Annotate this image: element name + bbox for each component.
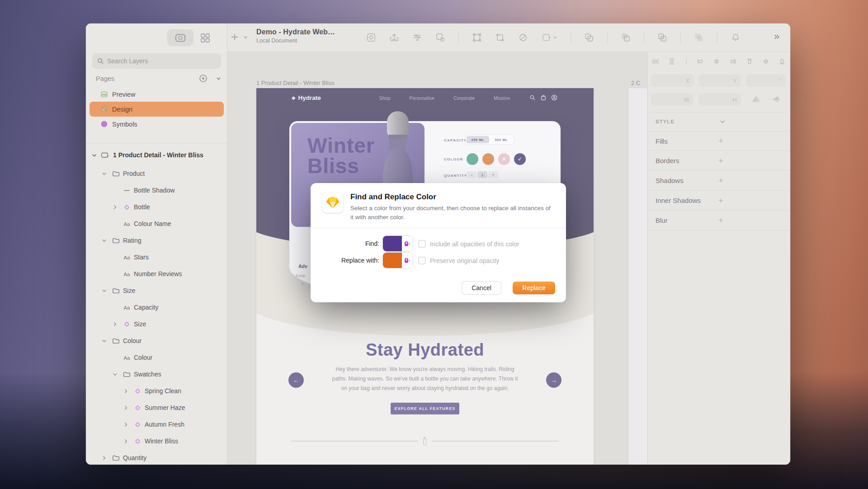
x-position-field[interactable]: X xyxy=(651,74,693,87)
boolean-subtract-icon[interactable] xyxy=(621,33,631,42)
inspector-divider xyxy=(651,112,787,113)
layer-row[interactable]: Aa Colour xyxy=(86,349,227,366)
chevron-down-icon[interactable] xyxy=(101,171,107,177)
pages-collapse-chevron[interactable] xyxy=(216,75,222,81)
include-opacities-checkbox[interactable] xyxy=(418,240,426,248)
layer-row[interactable]: Aa Stars xyxy=(86,249,227,266)
layer-row[interactable]: Colour xyxy=(86,333,227,349)
add-shadows-button[interactable]: + xyxy=(718,176,781,186)
rotation-field[interactable]: ° xyxy=(746,74,786,87)
sidebar-page-design[interactable]: Design xyxy=(90,102,224,117)
replace-button[interactable]: Replace xyxy=(513,282,555,294)
artboard2-title[interactable]: 2 C xyxy=(631,80,640,86)
layer-row[interactable]: Spring Clean xyxy=(86,383,227,400)
layer-row[interactable]: Quantity xyxy=(86,450,227,465)
chevron-down-icon[interactable] xyxy=(101,238,107,244)
symbol-layer-icon xyxy=(134,404,142,412)
no-fill-tool-icon[interactable] xyxy=(518,33,528,42)
chevron-right-icon[interactable] xyxy=(123,422,129,428)
cancel-button[interactable]: Cancel xyxy=(462,282,501,294)
align-bottom-icon[interactable] xyxy=(778,58,786,65)
more-options-dots-icon[interactable] xyxy=(685,58,688,65)
symbol-tool-icon[interactable] xyxy=(366,33,376,42)
layer-row[interactable]: Aa Capacity xyxy=(86,299,227,316)
grid-view-toggle[interactable] xyxy=(200,33,211,43)
chevron-right-icon[interactable] xyxy=(112,204,118,210)
insert-button[interactable] xyxy=(230,32,248,42)
eyedropper-button[interactable] xyxy=(402,253,413,268)
chevron-down-icon[interactable] xyxy=(101,338,107,344)
transform-tool-icon[interactable] xyxy=(495,33,505,42)
mask-tool-icon[interactable] xyxy=(435,33,445,42)
resize-tool-icon[interactable] xyxy=(541,33,557,42)
layer-row[interactable]: Size xyxy=(86,316,227,333)
eyedropper-button[interactable] xyxy=(402,236,413,251)
align-center-horizontal-icon[interactable] xyxy=(713,58,720,65)
add-inner-shadows-button[interactable]: + xyxy=(718,196,781,206)
search-layers-field[interactable] xyxy=(92,53,221,69)
layer-row[interactable]: Autumn Fresh xyxy=(86,416,227,433)
toolbar-separator xyxy=(458,32,459,43)
add-page-button[interactable] xyxy=(199,74,208,83)
add-fills-button[interactable]: + xyxy=(718,136,781,146)
width-field[interactable]: W xyxy=(651,93,693,106)
folder-layer-icon xyxy=(112,337,120,345)
sidebar-page-preview[interactable]: Preview xyxy=(90,87,224,102)
toolbar-overflow-button[interactable]: » xyxy=(774,31,778,42)
upload-tool-icon[interactable] xyxy=(389,33,399,42)
find-color-swatch[interactable] xyxy=(383,236,402,251)
layer-row[interactable]: Product xyxy=(86,165,227,182)
align-right-icon[interactable] xyxy=(729,58,736,65)
chevron-down-icon[interactable] xyxy=(91,152,97,158)
layer-row[interactable]: Size xyxy=(86,282,227,299)
preserve-opacity-checkbox[interactable] xyxy=(418,257,426,264)
layer-label: Quantity xyxy=(123,454,146,461)
replace-color-well[interactable] xyxy=(383,253,413,268)
site-account-icon xyxy=(551,94,557,101)
layer-row[interactable]: Summer Haze xyxy=(86,400,227,416)
tune-tool-icon[interactable] xyxy=(412,33,422,42)
flip-vertical-button[interactable] xyxy=(772,95,781,103)
layer-row[interactable]: Bottle Shadow xyxy=(86,182,227,199)
y-position-field[interactable]: Y xyxy=(698,74,741,87)
artboard-layer-row[interactable]: 1 Product Detail - Winter Bliss xyxy=(86,146,227,164)
add-borders-button[interactable]: + xyxy=(718,156,781,166)
find-color-well[interactable] xyxy=(383,236,413,251)
chevron-right-icon[interactable] xyxy=(101,455,107,461)
sidebar-page-symbols[interactable]: Symbols xyxy=(90,117,224,132)
flip-horizontal-button[interactable] xyxy=(751,95,761,103)
distribute-vertically-icon[interactable] xyxy=(668,58,675,65)
layer-row[interactable]: Aa Number Reviews xyxy=(86,266,227,282)
style-collapse-chevron[interactable] xyxy=(719,118,783,125)
footer-bottle-icon xyxy=(422,437,427,446)
carousel-right-arrow: → xyxy=(546,372,561,388)
replace-color-swatch[interactable] xyxy=(383,253,402,268)
boolean-intersect-icon[interactable] xyxy=(657,33,667,42)
chevron-right-icon[interactable] xyxy=(123,405,129,411)
boolean-union-icon[interactable] xyxy=(584,33,594,42)
align-middle-vertical-icon[interactable] xyxy=(762,58,769,65)
chevron-right-icon[interactable] xyxy=(123,388,129,394)
boolean-difference-icon[interactable] xyxy=(694,33,704,42)
canvas-view-toggle[interactable] xyxy=(167,29,193,46)
layer-row[interactable]: Aa Colour Name xyxy=(86,216,227,232)
height-field[interactable]: H xyxy=(698,93,741,106)
layer-row[interactable]: Winter Bliss xyxy=(86,433,227,450)
page-design-icon xyxy=(100,105,108,113)
artboard-title[interactable]: 1 Product Detail - Winter Bliss xyxy=(256,80,335,86)
layer-row[interactable]: Rating xyxy=(86,232,227,249)
vector-edit-tool-icon[interactable] xyxy=(472,33,482,42)
layer-row[interactable]: Bottle xyxy=(86,199,227,216)
chevron-right-icon[interactable] xyxy=(112,321,118,327)
search-input[interactable] xyxy=(107,57,202,65)
chevron-down-icon[interactable] xyxy=(112,371,118,377)
layer-row[interactable]: Swatches xyxy=(86,366,227,383)
chevron-right-icon[interactable] xyxy=(123,438,129,444)
align-left-icon[interactable] xyxy=(697,58,704,65)
add-blur-button[interactable]: + xyxy=(718,216,781,226)
style-section-shadows: Shadows + xyxy=(647,171,790,191)
chevron-down-icon[interactable] xyxy=(101,288,107,294)
notifications-bell-icon[interactable] xyxy=(731,33,741,42)
distribute-horizontally-icon[interactable] xyxy=(652,58,659,65)
align-top-icon[interactable] xyxy=(746,58,753,65)
